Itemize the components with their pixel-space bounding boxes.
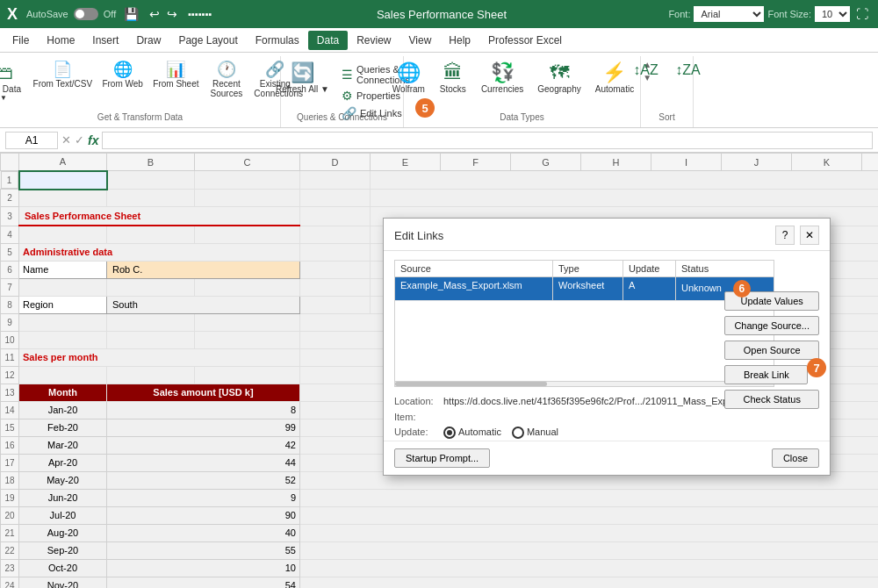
month-oct[interactable]: Oct-20 [19,559,107,577]
break-link-button[interactable]: Break Link [724,365,808,384]
menu-review[interactable]: Review [348,31,399,50]
cell-b1[interactable] [107,171,195,190]
menu-professor-excel[interactable]: Professor Excel [479,31,571,50]
cell-c9[interactable] [195,313,300,331]
region-label[interactable]: Region [19,296,107,313]
open-source-button[interactable]: Open Source [724,341,819,360]
month-aug[interactable]: Aug-20 [19,524,107,541]
redo-icon[interactable]: ↪ [164,5,180,23]
sales-mar[interactable]: 42 [107,436,300,454]
month-jun[interactable]: Jun-20 [19,489,107,506]
sort-az-button[interactable]: ↕AZ [627,60,666,81]
cell-c7[interactable] [195,278,300,296]
wolfram-button[interactable]: 🌐 Wolfram [387,60,430,100]
menu-data[interactable]: Data [308,31,348,50]
cell-b4[interactable] [107,226,195,243]
startup-prompt-button[interactable]: Startup Prompt... [394,448,490,468]
month-sep[interactable]: Sep-20 [19,541,107,559]
cell-d8[interactable] [300,296,371,313]
geography-button[interactable]: 🗺 Geography [532,60,586,100]
manual-radio-button[interactable] [512,427,524,439]
font-selector[interactable]: Arial [694,6,764,22]
cell-d22-m22[interactable] [300,541,879,559]
cell-d23-m23[interactable] [300,559,879,577]
change-source-button[interactable]: Change Source... [724,316,819,335]
cell-b10[interactable] [107,331,195,348]
cell-d7[interactable] [300,278,371,296]
month-jan[interactable]: Jan-20 [19,401,107,419]
cell-c12[interactable] [195,366,300,384]
cell-d5[interactable] [300,243,371,261]
dialog-scrollbar[interactable] [394,382,774,387]
menu-formulas[interactable]: Formulas [247,31,308,50]
currencies-button[interactable]: 💱 Currencies [476,60,529,100]
undo-icon[interactable]: ↩ [147,5,162,23]
cell-d4[interactable] [300,226,371,243]
links-row-1[interactable]: Example_Mass_Export.xlsm Worksheet A Unk… [395,277,774,301]
name-value[interactable]: Rob C. [107,261,300,278]
cell-d24-m24[interactable] [300,577,879,588]
cell-c2[interactable] [195,190,300,207]
admin-label[interactable]: Administrative data [19,243,300,261]
cell-a10[interactable] [19,331,107,348]
auto-radio-button[interactable] [443,427,456,439]
month-feb[interactable]: Feb-20 [19,419,107,436]
sales-may[interactable]: 52 [107,471,300,489]
month-apr[interactable]: Apr-20 [19,454,107,471]
cell-a4[interactable] [19,226,107,243]
menu-help[interactable]: Help [440,31,479,50]
menu-view[interactable]: View [400,31,441,50]
recent-sources-button[interactable]: 🕐 Recent Sources [205,60,247,100]
cell-d2[interactable] [300,190,371,207]
cell-d1[interactable] [300,171,371,190]
cell-d3[interactable] [300,207,371,226]
month-mar[interactable]: Mar-20 [19,436,107,454]
cell-a7[interactable] [19,278,107,296]
menu-page-layout[interactable]: Page Layout [169,31,246,50]
menu-file[interactable]: File [4,31,38,50]
month-nov[interactable]: Nov-20 [19,577,107,588]
cell-a12[interactable] [19,366,107,384]
fontsize-selector[interactable]: 10 [815,6,850,22]
cell-b9[interactable] [107,313,195,331]
check-status-button[interactable]: Check Status [724,390,819,409]
sales-nov[interactable]: 54 [107,577,300,588]
cell-c4[interactable] [195,226,300,243]
menu-draw[interactable]: Draw [127,31,169,50]
cell-c1[interactable] [195,171,300,190]
cell-a2[interactable] [19,190,107,207]
sales-jul[interactable]: 90 [107,506,300,524]
region-value[interactable]: South [107,296,300,313]
dialog-help-button[interactable]: ? [775,226,795,245]
month-may[interactable]: May-20 [19,471,107,489]
name-label[interactable]: Name [19,261,107,278]
dialog-close-button[interactable]: ✕ [800,226,819,245]
refresh-all-button[interactable]: 🔄 Refresh All ▼ [270,60,335,97]
cell-d20-m20[interactable] [300,506,879,524]
from-sheet-button[interactable]: 📊 From Sheet [150,60,203,90]
cell-reference[interactable] [5,132,58,149]
spreadsheet-title[interactable]: Sales Performance Sheet [19,207,300,226]
cell-e2-m2[interactable] [371,190,879,207]
month-header[interactable]: Month [19,384,107,401]
from-web-button[interactable]: 🌐 From Web [99,60,147,90]
cell-d21-m21[interactable] [300,524,879,541]
month-jul[interactable]: Jul-20 [19,506,107,524]
cell-a9[interactable] [19,313,107,331]
sales-apr[interactable]: 44 [107,454,300,471]
auto-radio-option[interactable]: Automatic [443,425,501,441]
cell-c10[interactable] [195,331,300,348]
get-data-button[interactable]: 🗃 Get Data ▼ [0,60,26,105]
expand-icon[interactable]: ⛶ [853,5,871,23]
cell-b2[interactable] [107,190,195,207]
from-text-button[interactable]: 📄 From Text/CSV [30,60,96,90]
manual-radio-option[interactable]: Manual [512,425,558,441]
save-icon[interactable]: 💾 [121,5,141,23]
cell-b12[interactable] [107,366,195,384]
sales-sep[interactable]: 55 [107,541,300,559]
cell-e1-m1[interactable] [371,171,879,190]
autosave-toggle[interactable] [74,8,98,20]
menu-home[interactable]: Home [38,31,83,50]
sort-za-button[interactable]: ↕ZA [669,60,708,81]
cell-d6[interactable] [300,261,371,278]
